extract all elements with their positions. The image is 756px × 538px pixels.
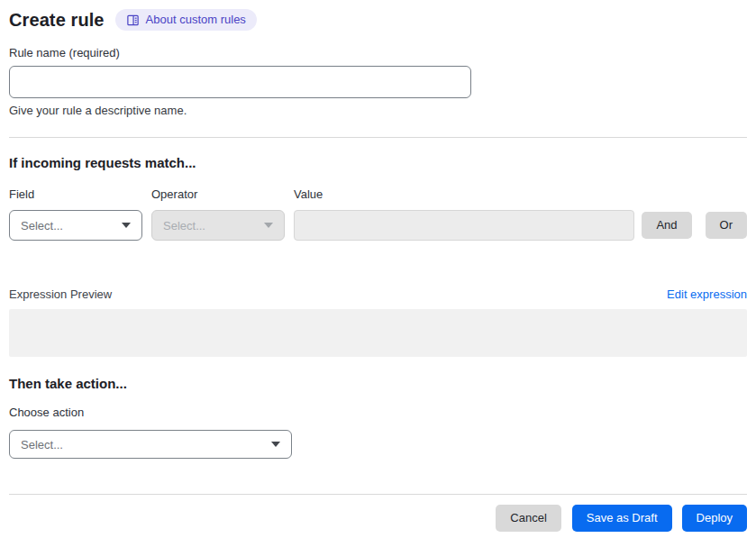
rule-name-label: Rule name (required): [9, 46, 747, 59]
value-label: Value: [294, 187, 634, 201]
value-input: [294, 210, 634, 241]
match-condition-row: Field Select... Operator Select... Value…: [9, 187, 747, 241]
operator-label: Operator: [151, 187, 285, 201]
field-select[interactable]: Select...: [9, 210, 142, 241]
field-select-placeholder: Select...: [21, 219, 63, 233]
chevron-down-icon: [271, 442, 280, 447]
rule-name-input[interactable]: [9, 66, 471, 98]
rule-name-help: Give your rule a descriptive name.: [9, 104, 747, 117]
deploy-button[interactable]: Deploy: [682, 505, 747, 532]
page-header: Create rule About custom rules: [9, 9, 747, 31]
footer-actions: Cancel Save as Draft Deploy: [9, 505, 747, 532]
expression-preview-label: Expression Preview: [9, 287, 112, 301]
about-custom-rules-link[interactable]: About custom rules: [115, 9, 257, 31]
action-section-heading: Then take action...: [9, 376, 747, 391]
save-as-draft-button[interactable]: Save as Draft: [572, 505, 672, 532]
page-title: Create rule: [9, 10, 105, 31]
field-label: Field: [9, 187, 142, 201]
section-divider-top: [9, 137, 747, 138]
and-button[interactable]: And: [642, 212, 691, 239]
expression-preview-header: Expression Preview Edit expression: [9, 287, 747, 301]
expression-preview-box: [9, 309, 747, 357]
book-icon: [126, 14, 140, 27]
chevron-down-icon: [264, 223, 273, 228]
or-button[interactable]: Or: [706, 212, 747, 239]
choose-action-placeholder: Select...: [21, 438, 63, 451]
operator-select: Select...: [151, 210, 285, 241]
create-rule-page: Create rule About custom rules Rule name…: [0, 0, 756, 538]
section-divider-bottom: [9, 494, 747, 495]
edit-expression-link[interactable]: Edit expression: [667, 287, 747, 301]
value-group: Value: [294, 187, 634, 241]
choose-action-label: Choose action: [9, 406, 747, 419]
chevron-down-icon: [122, 223, 131, 228]
about-custom-rules-label: About custom rules: [146, 13, 246, 27]
operator-group: Operator Select...: [151, 187, 285, 241]
field-group: Field Select...: [9, 187, 142, 241]
match-section-heading: If incoming requests match...: [9, 155, 747, 170]
operator-select-placeholder: Select...: [163, 219, 205, 233]
cancel-button[interactable]: Cancel: [496, 505, 560, 532]
choose-action-select[interactable]: Select...: [9, 430, 292, 459]
